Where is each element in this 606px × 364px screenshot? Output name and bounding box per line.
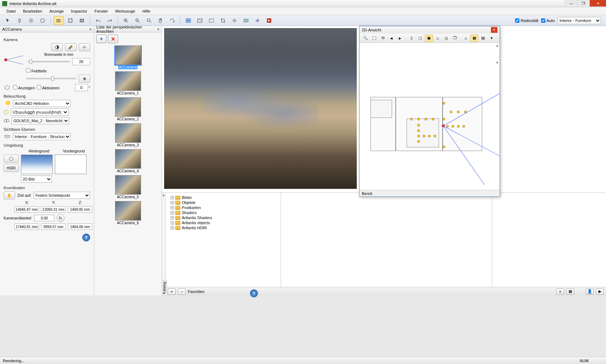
menu-werkzeuge[interactable]: Werkzeuge xyxy=(111,8,139,14)
panorama-tool[interactable] xyxy=(77,16,87,25)
views-panel-close[interactable]: × xyxy=(157,27,159,31)
katalog-tab[interactable]: Katalog xyxy=(162,280,167,296)
expand-icon[interactable]: + xyxy=(171,201,174,204)
object-tool[interactable] xyxy=(38,16,48,25)
delete-view-button[interactable]: ✕ xyxy=(108,35,118,43)
view-thumb[interactable] xyxy=(115,45,141,65)
catalog-help-button[interactable]: ? xyxy=(250,289,258,297)
env-3d-button[interactable] xyxy=(4,155,19,163)
2d-plane-button[interactable]: ▯ xyxy=(408,35,416,42)
color-button[interactable] xyxy=(65,43,76,51)
add-view-button[interactable]: + xyxy=(96,35,106,43)
view-thumb[interactable] xyxy=(115,123,141,143)
dof-slider[interactable] xyxy=(26,78,76,79)
expand-icon[interactable]: + xyxy=(171,226,174,230)
sun-tool[interactable] xyxy=(26,16,36,25)
close-button[interactable]: ✕ xyxy=(589,0,606,6)
background-thumb[interactable] xyxy=(21,155,53,174)
shader-select[interactable]: GDLM15_Mat_2 : Neonlicht; Brick-... xyxy=(12,117,69,124)
view-item[interactable]: ACCamera_2 xyxy=(98,97,158,121)
preview-person-button[interactable]: 👤 xyxy=(586,288,594,295)
expand-icon[interactable]: + xyxy=(171,196,174,199)
fav-remove-button[interactable]: − xyxy=(178,288,186,295)
camera-tool[interactable] xyxy=(54,16,64,25)
layers-select[interactable]: Interior - Furniture ; Structural - B... xyxy=(13,133,71,140)
heliodon-select[interactable]: ArchiCAD Heliodon xyxy=(13,100,71,107)
render-preset-select[interactable]: Interior - Furniture xyxy=(558,17,601,24)
pick-button[interactable]: ✋ xyxy=(4,191,15,199)
dof-checkbox[interactable]: Feldtiefe xyxy=(26,68,47,73)
menu-bearbeiten[interactable]: Bearbeiten xyxy=(19,8,46,14)
2d-next-button[interactable]: ► xyxy=(396,35,404,42)
fav-add-button[interactable]: + xyxy=(168,288,176,295)
coord-x[interactable] xyxy=(14,206,39,213)
activate-checkbox[interactable]: Aktivieren xyxy=(37,85,60,90)
2d-grid-button[interactable]: ▤ xyxy=(479,35,487,42)
menu-hilfe[interactable]: Hilfe xyxy=(139,8,154,14)
target-select[interactable]: Festem Scheitelpunkt xyxy=(34,192,90,199)
auto-checkbox[interactable]: Auto xyxy=(541,18,555,23)
rotate-tool[interactable] xyxy=(167,16,177,25)
hdri-button[interactable]: HDRI xyxy=(4,164,19,172)
menu-anzeige[interactable]: Anzeige xyxy=(46,8,67,14)
tone-button[interactable] xyxy=(51,43,63,51)
tree-item[interactable]: +Artlantis HDRI xyxy=(168,225,278,230)
view-item[interactable]: ACCamera xyxy=(98,45,158,69)
roll-reset-button[interactable]: ↻ xyxy=(57,214,65,222)
2d-autofit-button[interactable]: ⟲ xyxy=(379,35,387,42)
menu-inspector[interactable]: Inspector xyxy=(67,8,91,14)
view-item[interactable]: ACCamera_1 xyxy=(98,71,158,95)
show-checkbox[interactable]: Anzeigen xyxy=(13,85,35,90)
settings-button[interactable] xyxy=(229,16,240,25)
pointer-tool[interactable] xyxy=(3,16,13,25)
expand-icon[interactable]: + xyxy=(171,206,174,209)
2d-print-button[interactable]: ⎙ xyxy=(442,35,450,42)
coord-z[interactable] xyxy=(68,206,92,213)
minimize-button[interactable]: — xyxy=(565,0,577,6)
tree-item[interactable]: +Artlantis Shaders xyxy=(168,215,278,220)
pan-tool[interactable] xyxy=(155,16,166,25)
zoom-out-button[interactable] xyxy=(132,16,142,25)
tree-item[interactable]: +Artlantis objects xyxy=(168,220,278,225)
view-item[interactable]: ACCamera_3 xyxy=(98,123,158,147)
coord-z2[interactable] xyxy=(68,223,92,230)
2d-level-button[interactable]: ▢ xyxy=(416,35,424,42)
render-button[interactable] xyxy=(183,16,193,25)
light-group-select[interactable]: Մխյանցքի լուսամփոփ; Մխյանցք... xyxy=(11,108,69,116)
2d-zoom-button[interactable]: 🔍 xyxy=(361,35,369,42)
view-thumb[interactable] xyxy=(115,97,141,117)
2d-fit-button[interactable]: ⛶ xyxy=(370,35,378,42)
angle-input[interactable] xyxy=(75,84,88,91)
2d-home2-button[interactable]: ⌂ xyxy=(462,35,470,42)
gear-button[interactable] xyxy=(79,43,90,51)
2d-overlay-button[interactable]: ▦ xyxy=(470,35,478,42)
view-item[interactable]: ACCamera_5 xyxy=(98,175,158,199)
maximize-button[interactable]: ❐ xyxy=(577,0,589,6)
camera-panel-close[interactable]: × xyxy=(89,27,92,31)
expand-icon[interactable]: + xyxy=(171,221,174,225)
postcard-button[interactable] xyxy=(241,16,251,25)
expand-icon[interactable]: + xyxy=(171,211,174,214)
2d-view-titlebar[interactable]: 2D-Ansicht ✕ xyxy=(360,26,500,34)
batch-render-button[interactable] xyxy=(264,16,274,25)
menu-datei[interactable]: Datei xyxy=(3,8,19,14)
2d-view-button[interactable]: ▣ xyxy=(425,35,433,42)
view-thumb[interactable] xyxy=(115,149,141,169)
view-list-button[interactable]: ≡ xyxy=(556,288,564,295)
dof-target-button[interactable]: ⊕ xyxy=(79,75,90,83)
view-thumb[interactable] xyxy=(115,175,141,195)
view-thumb-button[interactable]: ▦ xyxy=(566,288,574,295)
view-item[interactable]: ACCamera_6 xyxy=(98,201,158,225)
expand-icon[interactable]: + xyxy=(171,216,174,219)
tree-item[interactable]: +Shaders xyxy=(168,210,278,215)
zoom-in-button[interactable] xyxy=(121,16,131,25)
coord-x2[interactable] xyxy=(14,223,39,230)
roll-input[interactable] xyxy=(34,215,54,221)
laser-button[interactable] xyxy=(252,16,263,25)
insert-media-button[interactable] xyxy=(206,16,216,25)
2d-home-button[interactable]: ⌂ xyxy=(434,35,442,42)
preview-play-button[interactable]: ▶ xyxy=(596,288,604,295)
tree-item[interactable]: +Bilder xyxy=(168,195,278,200)
redo-button[interactable] xyxy=(105,16,115,25)
coord-y2[interactable] xyxy=(41,223,66,230)
